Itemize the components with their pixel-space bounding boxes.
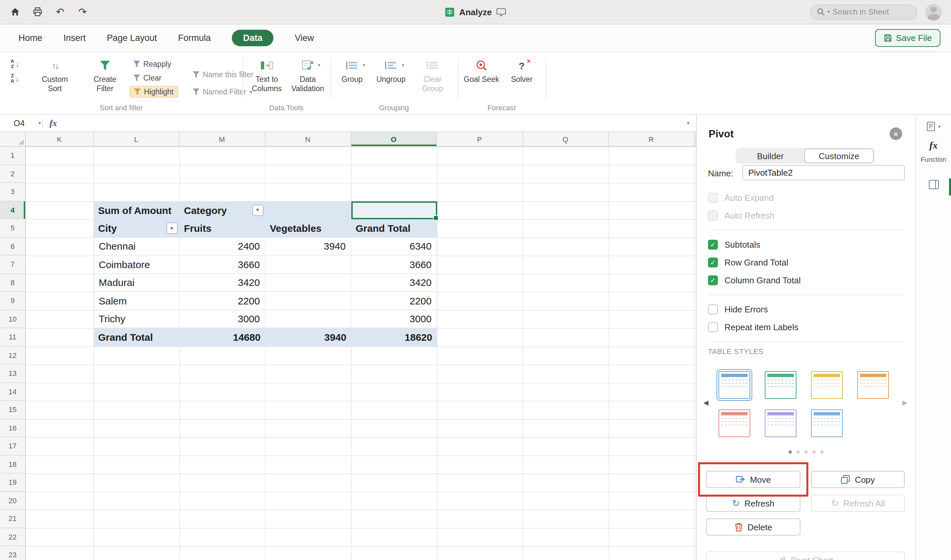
table-style-5[interactable] xyxy=(719,409,750,437)
checkbox-column-grand-total[interactable]: ✓Column Grand Total xyxy=(708,271,904,289)
reapply-button[interactable]: Reapply xyxy=(129,58,178,70)
sort-descending-button[interactable]: ZA↓ xyxy=(11,73,19,84)
category-filter-dropdown[interactable]: ▾ xyxy=(252,205,263,215)
custom-sort-button[interactable]: ↑↓ Custom Sort xyxy=(34,57,75,94)
row-header-20[interactable]: 20 xyxy=(0,492,25,510)
move-button[interactable]: Move xyxy=(706,471,800,488)
row-header-23[interactable]: 23 xyxy=(0,546,25,560)
pivot-cell[interactable]: 3660 xyxy=(351,255,437,274)
pivot-cell[interactable] xyxy=(265,201,351,219)
pager-dot[interactable] xyxy=(796,451,800,454)
pivot-row-label[interactable]: Trichy xyxy=(94,310,179,328)
delete-button[interactable]: Delete xyxy=(706,518,800,535)
user-avatar[interactable] xyxy=(925,4,942,20)
table-style-6[interactable] xyxy=(765,409,796,437)
pivot-cell[interactable]: 3420 xyxy=(351,274,437,292)
checkbox-auto-refresh[interactable]: Auto Refresh xyxy=(708,207,904,225)
column-header-K[interactable]: K xyxy=(26,132,94,146)
pivot-row-label[interactable]: Chennai xyxy=(94,237,179,255)
styles-prev-arrow[interactable]: ◀ xyxy=(703,399,708,406)
pivot-cell[interactable]: 3940 xyxy=(265,328,351,346)
table-style-2[interactable] xyxy=(765,371,796,399)
row-header-1[interactable]: 1 xyxy=(0,146,25,165)
tab-page-layout[interactable]: Page Layout xyxy=(107,33,157,43)
pivot-name-input[interactable] xyxy=(742,165,905,180)
search-input[interactable]: ▾ Search in Sheet xyxy=(810,4,917,20)
highlight-button[interactable]: Highlight xyxy=(129,86,178,98)
column-header-M[interactable]: M xyxy=(179,132,265,146)
ungroup-button[interactable]: ▾ Ungroup xyxy=(372,57,409,85)
create-filter-button[interactable]: Create Filter xyxy=(85,57,125,94)
tab-home[interactable]: Home xyxy=(18,33,42,43)
pivot-cell[interactable]: 2200 xyxy=(351,292,437,310)
row-header-18[interactable]: 18 xyxy=(0,455,25,474)
row-header-13[interactable]: 13 xyxy=(0,365,25,383)
table-style-1[interactable] xyxy=(719,371,750,399)
tab-insert[interactable]: Insert xyxy=(63,33,86,43)
row-header-10[interactable]: 10 xyxy=(0,310,25,328)
group-button[interactable]: ▾ Group xyxy=(335,57,368,85)
pager-dot[interactable] xyxy=(789,451,792,454)
row-header-15[interactable]: 15 xyxy=(0,401,25,419)
pivot-cell[interactable]: 2400 xyxy=(179,237,265,255)
goal-seek-button[interactable]: Goal Seek xyxy=(463,57,500,85)
sheet-settings-button[interactable]: ▾ xyxy=(916,122,951,131)
clear-filter-button[interactable]: Clear xyxy=(129,72,178,84)
row-header-5[interactable]: 5 xyxy=(0,219,25,237)
column-header-P[interactable]: P xyxy=(437,132,523,146)
checkbox-repeat-item-labels[interactable]: Repeat item Labels xyxy=(708,318,904,336)
select-all-corner[interactable] xyxy=(0,132,26,146)
column-header-N[interactable]: N xyxy=(265,132,351,146)
pager-dot[interactable] xyxy=(820,451,823,454)
text-to-columns-button[interactable]: Text to Columns xyxy=(246,57,287,94)
row-header-8[interactable]: 8 xyxy=(0,274,25,292)
checkbox-subtotals[interactable]: ✓Subtotals xyxy=(708,236,904,254)
column-header-L[interactable]: L xyxy=(94,132,179,146)
pivot-column-header[interactable]: Fruits xyxy=(179,219,265,237)
tab-formula[interactable]: Formula xyxy=(178,33,211,43)
sort-ascending-button[interactable]: AZ↓ xyxy=(11,59,19,69)
save-file-button[interactable]: Save File xyxy=(875,29,940,47)
column-header-Q[interactable]: Q xyxy=(523,132,609,146)
tab-data[interactable]: Data xyxy=(232,30,274,46)
row-header-7[interactable]: 7 xyxy=(0,255,25,274)
pivot-row-label[interactable]: Madurai xyxy=(94,274,179,292)
column-header-R[interactable]: R xyxy=(609,132,694,146)
pivot-cell[interactable] xyxy=(265,255,351,274)
styles-next-arrow[interactable]: ▶ xyxy=(902,399,907,406)
fx-icon[interactable]: fx xyxy=(49,118,57,128)
city-filter-dropdown[interactable]: ▾ xyxy=(166,223,177,234)
row-header-11[interactable]: 11 xyxy=(0,328,25,346)
tab-customize[interactable]: Customize xyxy=(805,149,874,163)
row-header-14[interactable]: 14 xyxy=(0,383,25,401)
pivot-cell[interactable] xyxy=(265,292,351,310)
row-header-22[interactable]: 22 xyxy=(0,528,25,546)
pivot-row-label[interactable]: Salem xyxy=(94,292,179,310)
table-style-7[interactable] xyxy=(811,409,843,437)
pager-dot[interactable] xyxy=(812,451,816,454)
pivot-cell[interactable] xyxy=(265,310,351,328)
pivot-cell[interactable]: 18620 xyxy=(351,328,437,346)
data-validation-button[interactable]: ▾ Data Validation xyxy=(289,57,327,94)
pivot-value-label[interactable]: Sum of Amount xyxy=(94,201,179,219)
panel-close-button[interactable]: × xyxy=(889,128,902,140)
pivot-cell[interactable]: 3660 xyxy=(179,255,265,274)
pivot-column-header[interactable]: Vegetables xyxy=(265,219,351,237)
formula-input[interactable] xyxy=(64,115,687,131)
pivot-cell[interactable]: 6340 xyxy=(351,237,437,255)
clear-group-button[interactable]: Clear Group xyxy=(414,57,452,94)
column-header-O[interactable]: O xyxy=(351,132,437,146)
refresh-all-button[interactable]: ↻ Refresh All xyxy=(811,495,905,512)
redo-button[interactable]: ↷ xyxy=(77,6,88,18)
row-header-3[interactable]: 3 xyxy=(0,183,25,201)
cell-reference-box[interactable]: O4 xyxy=(0,118,38,128)
pivot-column-field[interactable]: Category▾ xyxy=(179,201,265,219)
pivot-cell[interactable] xyxy=(265,274,351,292)
pivot-cell[interactable]: 3000 xyxy=(351,310,437,328)
copy-button[interactable]: Copy xyxy=(811,471,905,488)
table-style-4[interactable] xyxy=(857,371,889,399)
refresh-button[interactable]: ↻ Refresh xyxy=(706,495,800,512)
row-header-17[interactable]: 17 xyxy=(0,437,25,455)
checkbox-auto-expand[interactable]: Auto Expand xyxy=(708,189,904,207)
pane-toggle-button[interactable] xyxy=(916,180,951,189)
